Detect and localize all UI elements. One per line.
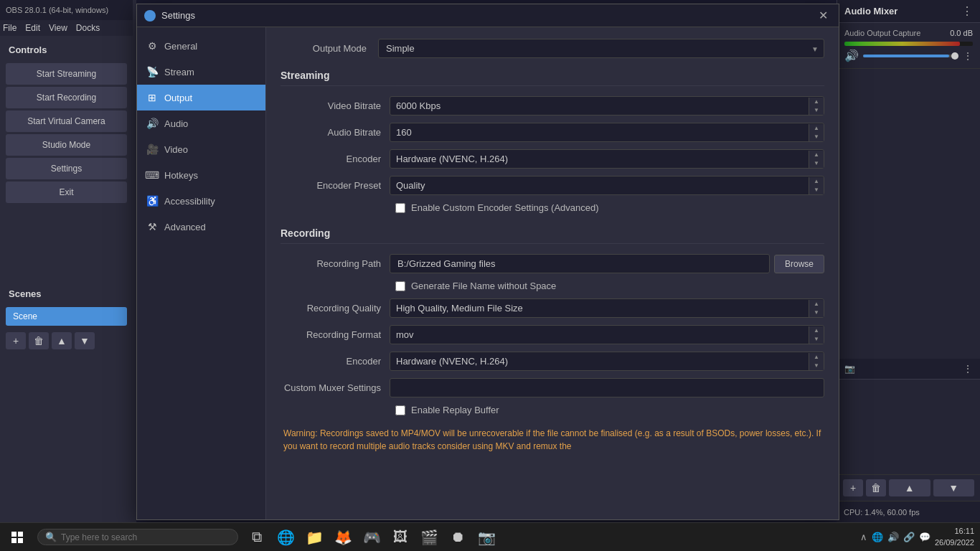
taskbar-camera-app[interactable]: 📷 bbox=[473, 524, 499, 550]
tray-network[interactable]: 🌐 bbox=[872, 532, 883, 542]
remove-scene-button[interactable]: 🗑 bbox=[29, 332, 49, 349]
nav-stream[interactable]: 📡 Stream bbox=[137, 59, 265, 85]
studio-mode-button[interactable]: Studio Mode bbox=[6, 134, 127, 156]
volume-slider-fill bbox=[863, 55, 949, 57]
recording-quality-up[interactable]: ▲ bbox=[809, 300, 824, 309]
settings-button[interactable]: Settings bbox=[6, 158, 127, 179]
encoder-preset-down[interactable]: ▼ bbox=[809, 186, 824, 194]
menu-docks[interactable]: Docks bbox=[76, 23, 100, 33]
replay-buffer-label[interactable]: Enable Replay Buffer bbox=[411, 405, 499, 415]
add-source-button[interactable]: + bbox=[843, 479, 863, 496]
custom-muxer-input[interactable] bbox=[390, 378, 824, 397]
taskbar-search-box[interactable]: 🔍 bbox=[37, 529, 238, 545]
taskbar-folder[interactable]: 📁 bbox=[301, 524, 327, 550]
nav-hotkeys[interactable]: ⌨ Hotkeys bbox=[137, 162, 265, 188]
recording-encoder-select-wrapper: Hardware (NVENC, H.264) ▲ ▼ bbox=[390, 352, 824, 371]
move-source-down-button[interactable]: ▼ bbox=[933, 479, 975, 496]
encoder-preset-up[interactable]: ▲ bbox=[809, 177, 824, 186]
generate-filename-label[interactable]: Generate File Name without Space bbox=[411, 281, 556, 291]
encoder-down[interactable]: ▼ bbox=[809, 159, 824, 168]
nav-accessibility[interactable]: ♿ Accessibility bbox=[137, 188, 265, 214]
custom-encoder-label[interactable]: Enable Custom Encoder Settings (Advanced… bbox=[411, 202, 599, 213]
audio-bitrate-row: Audio Bitrate 160 ▲ ▼ bbox=[281, 123, 824, 142]
tray-vpn[interactable]: 🔗 bbox=[903, 532, 915, 542]
menu-view[interactable]: View bbox=[49, 23, 67, 33]
encoder-preset-select-wrapper: Quality ▲ ▼ bbox=[390, 176, 824, 195]
nav-video[interactable]: 🎥 Video bbox=[137, 136, 265, 162]
recording-encoder-label: Encoder bbox=[281, 356, 381, 367]
move-source-up-button[interactable]: ▲ bbox=[889, 479, 930, 496]
settings-modal: Settings ✕ ⚙ General 📡 Stream ⊞ Output 🔊… bbox=[136, 4, 839, 520]
replay-buffer-checkbox[interactable] bbox=[395, 405, 405, 415]
nav-audio-label: Audio bbox=[164, 118, 188, 129]
nav-audio[interactable]: 🔊 Audio bbox=[137, 110, 265, 136]
recording-format-up[interactable]: ▲ bbox=[809, 326, 824, 335]
recording-encoder-value: Hardware (NVENC, H.264) bbox=[390, 352, 809, 370]
recording-encoder-up[interactable]: ▲ bbox=[809, 353, 824, 362]
taskbar-photos[interactable]: 🖼 bbox=[387, 524, 413, 550]
menu-edit[interactable]: Edit bbox=[25, 23, 40, 33]
controls-panel: Controls Start Streaming Start Recording… bbox=[0, 36, 133, 211]
custom-muxer-control bbox=[390, 378, 824, 397]
exit-button[interactable]: Exit bbox=[6, 182, 127, 203]
browse-button[interactable]: Browse bbox=[774, 255, 824, 273]
remove-source-button[interactable]: 🗑 bbox=[866, 479, 886, 496]
recording-path-input[interactable]: B:/Grizzed Gaming files bbox=[390, 254, 770, 273]
cpu-info: CPU: 1.4%, 60.00 fps bbox=[837, 501, 980, 522]
recording-section-header: Recording bbox=[281, 227, 824, 244]
taskbar-firefox[interactable]: 🦊 bbox=[330, 524, 356, 550]
start-virtual-camera-button[interactable]: Start Virtual Camera bbox=[6, 110, 127, 132]
custom-muxer-row: Custom Muxer Settings bbox=[281, 378, 824, 397]
taskbar-steam[interactable]: 🎮 bbox=[359, 524, 385, 550]
audio-bitrate-value: 160 bbox=[390, 123, 809, 141]
video-bitrate-down[interactable]: ▼ bbox=[809, 106, 824, 115]
add-scene-button[interactable]: + bbox=[6, 332, 26, 349]
nav-output-label: Output bbox=[164, 93, 192, 103]
start-button[interactable] bbox=[0, 523, 34, 552]
nav-general-label: General bbox=[164, 41, 197, 52]
audio-mute-button[interactable]: 🔊 bbox=[844, 49, 859, 62]
recording-section: Recording Recording Path B:/Grizzed Gami… bbox=[281, 227, 824, 453]
audio-settings-button[interactable]: ⋮ bbox=[963, 50, 973, 62]
start-streaming-button[interactable]: Start Streaming bbox=[6, 63, 127, 85]
generate-filename-checkbox[interactable] bbox=[395, 281, 405, 291]
encoder-up[interactable]: ▲ bbox=[809, 151, 824, 159]
recording-quality-down[interactable]: ▼ bbox=[809, 309, 824, 317]
scene-item[interactable]: Scene bbox=[6, 307, 127, 326]
svg-rect-0 bbox=[11, 532, 17, 537]
scenes-panel: Scenes Scene + 🗑 ▲ ▼ bbox=[0, 280, 133, 359]
nav-advanced-label: Advanced bbox=[164, 222, 206, 232]
video-bitrate-up[interactable]: ▲ bbox=[809, 98, 824, 106]
nav-general[interactable]: ⚙ General bbox=[137, 33, 265, 59]
taskbar-film[interactable]: 🎬 bbox=[416, 524, 442, 550]
audio-mixer-menu-button[interactable]: ⋮ bbox=[961, 4, 973, 18]
taskbar-task-view[interactable]: ⧉ bbox=[244, 524, 270, 550]
search-input[interactable] bbox=[61, 532, 230, 542]
custom-encoder-checkbox[interactable] bbox=[395, 203, 405, 213]
tray-expand[interactable]: ∧ bbox=[860, 532, 867, 542]
nav-advanced[interactable]: ⚒ Advanced bbox=[137, 214, 265, 240]
recording-format-down[interactable]: ▼ bbox=[809, 335, 824, 344]
move-up-scene-button[interactable]: ▲ bbox=[52, 332, 72, 349]
recording-quality-spin: ▲ ▼ bbox=[809, 300, 824, 317]
audio-bitrate-up[interactable]: ▲ bbox=[809, 124, 824, 133]
settings-close-button[interactable]: ✕ bbox=[814, 7, 831, 24]
audio-bitrate-down[interactable]: ▼ bbox=[809, 133, 824, 141]
start-recording-button[interactable]: Start Recording bbox=[6, 87, 127, 108]
taskbar-clock[interactable]: 16:11 26/09/2022 bbox=[935, 526, 974, 548]
recording-quality-row: Recording Quality High Quality, Medium F… bbox=[281, 298, 824, 318]
tray-notification[interactable]: 💬 bbox=[919, 532, 930, 542]
taskbar-edge[interactable]: 🌐 bbox=[273, 524, 298, 550]
menu-file[interactable]: File bbox=[3, 23, 17, 33]
stream-icon: 📡 bbox=[146, 65, 159, 78]
volume-slider[interactable] bbox=[863, 55, 958, 57]
output-mode-select[interactable]: Simple Advanced bbox=[378, 39, 824, 58]
tray-volume[interactable]: 🔊 bbox=[887, 532, 899, 542]
video-icon: 🎥 bbox=[146, 143, 159, 156]
right-panel-menu-button[interactable]: ⋮ bbox=[963, 363, 973, 375]
move-down-scene-button[interactable]: ▼ bbox=[75, 332, 95, 349]
nav-output[interactable]: ⊞ Output bbox=[137, 85, 265, 110]
recording-encoder-down[interactable]: ▼ bbox=[809, 362, 824, 370]
svg-rect-1 bbox=[18, 532, 23, 537]
taskbar-obs[interactable]: ⏺ bbox=[445, 524, 471, 550]
